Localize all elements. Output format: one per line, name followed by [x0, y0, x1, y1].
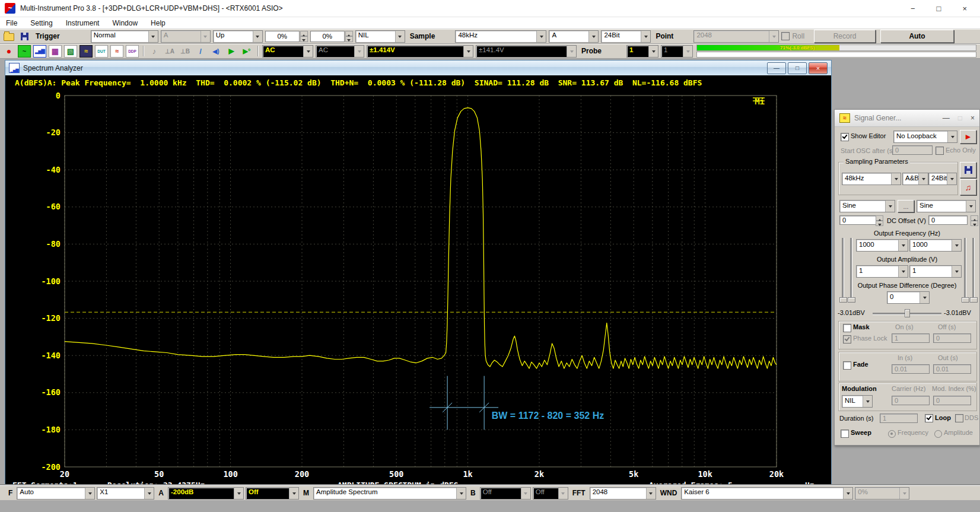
spin-down-icon[interactable] [300, 36, 308, 42]
save-signal-button[interactable] [960, 162, 976, 178]
chevron-down-icon[interactable] [952, 240, 961, 251]
hpf-select[interactable]: NIL [355, 30, 405, 43]
chevron-down-icon[interactable] [201, 31, 210, 42]
amplitude-slider-a-inner[interactable] [850, 238, 852, 302]
loopback-select[interactable]: No Loopback [893, 131, 957, 143]
close-icon[interactable]: × [809, 62, 828, 74]
spin-up-icon[interactable] [300, 31, 308, 37]
maximize-button[interactable]: □ [958, 114, 962, 122]
auto-button[interactable]: Auto [880, 30, 954, 43]
generator-channels-select[interactable]: A&B [902, 173, 928, 185]
chevron-down-icon[interactable] [536, 31, 546, 42]
chevron-down-icon[interactable] [947, 173, 956, 185]
bit-depth-select[interactable]: 24Bit [601, 30, 651, 43]
spin-up-icon[interactable] [345, 31, 353, 37]
chevron-down-icon[interactable] [918, 173, 928, 185]
slider-handle[interactable] [839, 297, 847, 303]
chevron-down-icon[interactable] [567, 46, 576, 57]
point-count-select[interactable]: 2048 [693, 30, 779, 43]
spin-up-icon[interactable] [876, 215, 883, 221]
dc-offset-a-stepper[interactable] [876, 215, 883, 226]
duration-input[interactable]: 1 [880, 414, 918, 423]
sweep-frequency-radio[interactable] [888, 430, 896, 438]
trigger-delay-stepper[interactable]: 0% [310, 31, 353, 42]
minimize-button[interactable]: — [767, 62, 786, 74]
menu-help[interactable]: Help [151, 19, 166, 27]
amplitude-slider-a-outer[interactable] [842, 238, 844, 302]
a-reference-select[interactable]: Off [246, 487, 299, 500]
chevron-down-icon[interactable] [521, 488, 530, 499]
spin-down-icon[interactable] [971, 221, 978, 226]
dds-checkbox[interactable] [955, 414, 963, 422]
frequency-b-select[interactable]: 1000 [909, 239, 962, 252]
modulation-select[interactable]: NIL [842, 395, 873, 408]
generator-sample-rate-select[interactable]: 48kHz [842, 173, 901, 185]
chevron-down-icon[interactable] [456, 488, 466, 499]
spectrum-analyzer-titlebar[interactable]: ▂▅▇ Spectrum Analyzer — □ × [5, 61, 831, 75]
start-osc-input[interactable]: 0 [892, 145, 933, 155]
ddp-viewer-icon[interactable]: DDP [126, 45, 139, 58]
amplitude-a-select[interactable]: 1 [856, 265, 908, 278]
chevron-down-icon[interactable] [354, 46, 364, 57]
overlap-select[interactable]: 0% [855, 487, 909, 500]
derived-data-icon[interactable]: ≈ [110, 45, 123, 58]
offset-b-icon[interactable]: ⊥B [179, 45, 192, 58]
coupling-b-select[interactable]: AC [316, 45, 364, 58]
b-reference-select[interactable]: Off [533, 487, 568, 500]
waveform-a-select[interactable]: Sine [839, 200, 895, 212]
sample-channel-select[interactable]: A [549, 30, 599, 43]
chevron-down-icon[interactable] [646, 488, 656, 499]
mask-on-input[interactable]: 1 [892, 333, 930, 343]
minimize-button[interactable]: — [943, 114, 950, 122]
menu-instrument[interactable]: Instrument [66, 19, 100, 27]
chevron-down-icon[interactable] [952, 266, 961, 277]
chevron-down-icon[interactable] [148, 31, 158, 42]
trigger-edge-select[interactable]: Up [213, 30, 263, 43]
fade-out-input[interactable]: 0.01 [933, 364, 971, 374]
sound-output-icon[interactable]: ◀) [209, 45, 222, 58]
mask-checkbox[interactable] [843, 324, 851, 332]
frequency-a-select[interactable]: 1000 [856, 239, 908, 252]
dc-offset-a-input[interactable]: 0 [839, 215, 877, 225]
probe-a-select[interactable]: 1 [626, 45, 658, 58]
chevron-down-icon[interactable] [463, 46, 473, 57]
signal-generator-icon[interactable]: ≈ [79, 45, 93, 58]
sweep-checkbox[interactable] [841, 430, 849, 438]
spectrum-3d-plot-icon[interactable]: ▧ [64, 45, 77, 58]
slider-handle[interactable] [962, 297, 969, 303]
record-icon[interactable]: ● [2, 45, 15, 58]
chevron-down-icon[interactable] [919, 292, 929, 303]
trigger-level-stepper[interactable]: 0% [265, 31, 308, 42]
close-button[interactable]: × [962, 4, 967, 13]
chevron-down-icon[interactable] [558, 488, 568, 499]
show-editor-checkbox[interactable] [841, 133, 849, 141]
frequency-axis-select[interactable]: Auto [17, 487, 95, 500]
maximize-button[interactable]: □ [937, 4, 941, 13]
chevron-down-icon[interactable] [898, 240, 908, 251]
window-function-select[interactable]: Kaiser 6 [681, 487, 853, 500]
dc-offset-b-stepper[interactable] [971, 215, 978, 226]
chevron-down-icon[interactable] [891, 173, 901, 185]
chevron-down-icon[interactable] [234, 488, 243, 499]
range-a-select[interactable]: ±1.414V [367, 45, 473, 58]
chevron-down-icon[interactable] [885, 201, 895, 212]
trigger-source-select[interactable]: A [161, 30, 211, 43]
spin-down-icon[interactable] [876, 221, 883, 226]
chevron-down-icon[interactable] [85, 488, 94, 499]
chevron-down-icon[interactable] [843, 488, 852, 499]
mic-calibration-icon[interactable]: ♪ [148, 45, 161, 58]
minimize-button[interactable]: − [911, 4, 915, 13]
spin-down-icon[interactable] [345, 36, 353, 42]
chevron-down-icon[interactable] [641, 31, 650, 42]
chevron-down-icon[interactable] [898, 266, 908, 277]
slider-handle[interactable] [848, 297, 855, 303]
coupling-a-select[interactable]: AC [262, 45, 313, 58]
amplitude-slider-b-outer[interactable] [972, 238, 974, 302]
music-note-button[interactable]: ♫ [960, 179, 976, 195]
slider-handle[interactable] [970, 297, 978, 303]
zoom-select[interactable]: X1 [97, 487, 154, 500]
echo-only-checkbox[interactable] [936, 147, 944, 155]
range-b-select[interactable]: ±141.4V [476, 45, 577, 58]
save-file-icon[interactable] [18, 30, 31, 43]
phase-lock-checkbox[interactable] [843, 335, 851, 344]
